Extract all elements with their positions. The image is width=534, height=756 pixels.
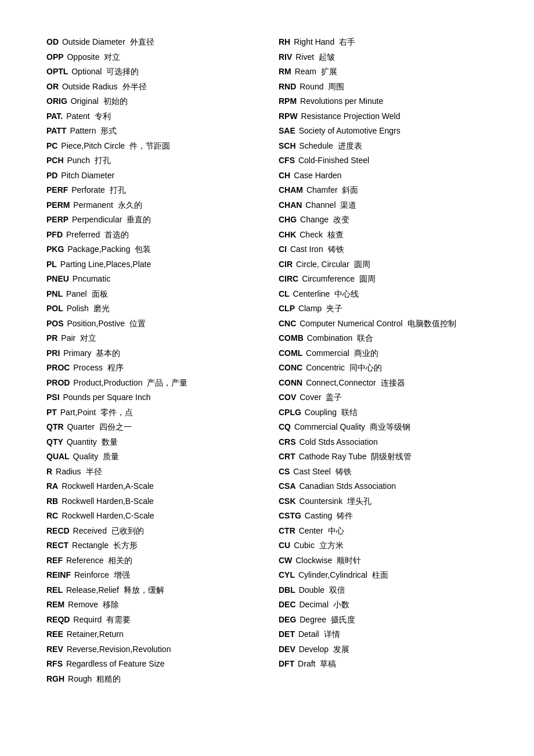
english-text: Package,Packing [67,244,130,254]
english-text: Centerline [293,289,330,298]
chinese-text: 相关的 [108,556,132,565]
english-text: Circle, Circular [296,260,349,269]
english-text: Computer Numerical Control [300,319,402,328]
abbreviation: CHK [279,230,296,239]
chinese-text: 埋头孔 [347,496,371,506]
chinese-text: 夹子 [326,304,342,313]
list-item: PATT Pattern 形式 [46,124,255,138]
chinese-text: 斜面 [342,185,358,195]
chinese-text: 渠道 [340,200,356,210]
english-text: Rough [68,674,92,683]
english-text: Develop [299,645,329,654]
abbreviation: RECT [46,541,68,550]
abbreviation: PRI [46,348,60,358]
list-item: CONC Concentric 同中心的 [279,361,488,375]
abbreviation: RPM [279,96,297,106]
chinese-text: 起皱 [319,52,335,62]
abbreviation: CRS [279,437,296,447]
chinese-text: 发展 [333,645,349,654]
english-text: Process [73,363,103,372]
chinese-text: 联结 [341,408,358,417]
english-text: Punch [67,156,90,165]
abbreviation: POS [46,319,64,328]
chinese-text: 同中心的 [349,363,382,372]
english-text: Clamp [298,304,322,313]
english-text: Remove [68,600,98,609]
abbreviation: CLP [279,304,295,313]
list-item: REF Reference 相关的 [46,553,255,568]
chinese-text: 外半径 [122,82,147,91]
abbreviation: PROD [46,378,70,387]
english-text: Degree [300,615,326,624]
english-text: Outside Radius [62,82,118,91]
abbreviation: DEC [279,600,296,609]
chinese-text: 电脑数值控制 [407,319,456,328]
english-text: Circumference [302,274,355,283]
list-item: PD Pitch Diameter [46,168,255,183]
abbreviation: OPP [46,52,64,62]
english-text: Decimal [299,600,329,609]
english-text: Rivet [295,52,314,62]
english-text: Round [300,82,323,91]
english-text: Original [71,96,99,106]
list-item: SCH Schedule 进度表 [279,139,488,153]
abbreviation: PD [46,171,57,180]
english-text: Outside Diameter [62,37,125,46]
list-item: PNEU Pncumatic [46,272,255,286]
chinese-text: 移除 [103,600,119,609]
list-item: COMB Combination 联合 [279,331,488,345]
list-item: SAE Society of Automotive Engrs [279,124,488,138]
chinese-text: 铸铁 [328,244,344,254]
list-item: OPTL Optional 可选择的 [46,64,255,79]
abbreviation: COV [279,393,296,402]
chinese-text: 垂直的 [127,215,151,224]
chinese-text: 质量 [103,452,119,461]
english-text: Pair [61,333,75,343]
list-item: DFT Draft 草稿 [279,657,488,671]
chinese-text: 零件，点 [100,408,133,417]
chinese-text: 产品，产量 [147,378,187,387]
list-item: PKG Package,Packing 包装 [46,242,255,257]
english-text: Connect,Connector [306,378,376,387]
abbreviation: CONN [279,378,302,387]
abbreviation: CHG [279,215,297,224]
list-item: CNC Computer Numerical Control 电脑数值控制 [279,316,488,331]
abbreviation: CONC [279,363,302,372]
chinese-text: 改变 [333,215,349,224]
chinese-text: 四份之一 [99,422,132,431]
abbreviation: CU [279,541,290,550]
list-item: REINF Reinforce 增强 [46,568,255,582]
abbreviation: RFS [46,659,63,668]
list-item: PL Parting Line,Places,Plate [46,257,255,272]
abbreviation: DEG [279,615,296,624]
abbreviation: ORIG [46,96,67,106]
list-item: RH Right Hand 右手 [279,35,488,49]
abbreviation: RM [279,67,291,76]
list-item: RB Rockwell Harden,B-Scale [46,494,255,509]
abbreviation: CIR [279,260,293,269]
abbreviation: PERF [46,185,68,195]
chinese-text: 打孔 [110,185,126,195]
list-item: CW Clockwise 顺时针 [279,553,488,568]
abbreviation: PCH [46,156,64,165]
list-item: CQ Commercial Quality 商业等级钢 [279,420,488,434]
english-text: Retainer,Return [67,629,124,639]
english-text: Opposite [67,52,99,62]
list-item: COML Commercial 商业的 [279,346,488,361]
abbreviation: SCH [279,141,296,150]
chinese-text: 摄氏度 [331,615,355,624]
abbreviation: PR [46,333,57,343]
english-text: Permanent [73,200,113,210]
english-text: Right Hand [294,37,334,46]
abbreviation: DEV [279,645,295,654]
abbreviation: RECD [46,526,70,535]
abbreviation: RGH [46,674,64,683]
english-text: Double [299,585,324,595]
list-item: REQD Requird 有需要 [46,613,255,627]
english-text: Regardless of Feature Size [66,659,165,668]
english-text: Cold-Finished Steel [298,156,369,165]
list-item: REM Remove 移除 [46,597,255,612]
chinese-text: 圆周 [359,274,376,283]
english-text: Clockwise [295,556,332,565]
list-item: CLP Clamp 夹子 [279,301,488,316]
